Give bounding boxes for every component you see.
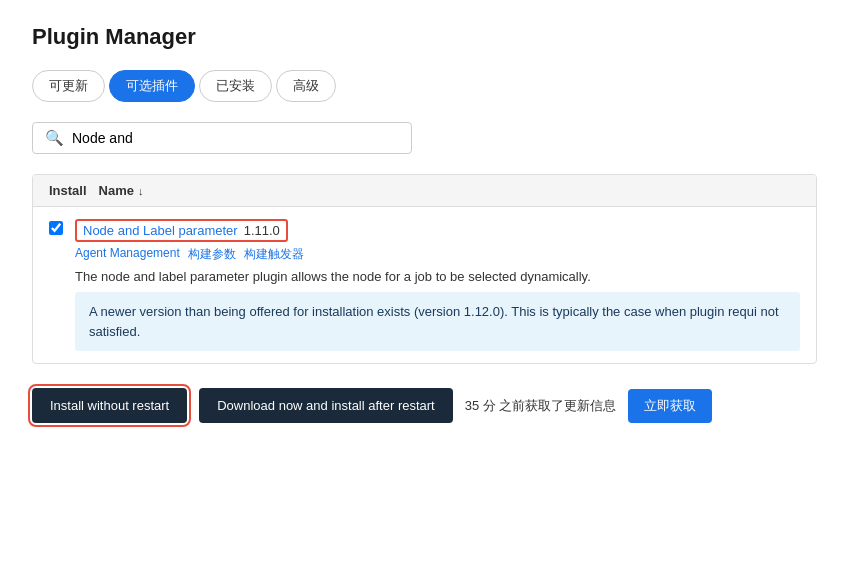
sort-arrow-icon[interactable]: ↓ [138, 185, 144, 197]
table-header: Install Name ↓ [33, 175, 816, 207]
tab-advanced[interactable]: 高级 [276, 70, 336, 102]
plugin-name-box: Node and Label parameter 1.11.0 [75, 219, 288, 242]
plugin-name-link[interactable]: Node and Label parameter [83, 223, 238, 238]
update-status-text: 35 分 之前获取了更新信息 [465, 397, 617, 415]
col-install-label: Install [49, 183, 87, 198]
search-bar: 🔍 [32, 122, 412, 154]
plugin-description: The node and label parameter plugin allo… [75, 269, 800, 284]
plugin-info-box: A newer version than being offered for i… [75, 292, 800, 351]
plugin-tags: Agent Management 构建参数 构建触发器 [75, 246, 800, 263]
download-now-button[interactable]: Download now and install after restart [199, 388, 453, 423]
plugin-version: 1.11.0 [244, 223, 280, 238]
plugin-checkbox-col [49, 219, 63, 238]
footer-bar: Install without restart Download now and… [32, 388, 817, 423]
search-input[interactable] [72, 130, 399, 146]
plugin-tag-agent[interactable]: Agent Management [75, 246, 180, 263]
tab-updatable[interactable]: 可更新 [32, 70, 105, 102]
fetch-now-button[interactable]: 立即获取 [628, 389, 712, 423]
tab-available[interactable]: 可选插件 [109, 70, 195, 102]
tab-installed[interactable]: 已安装 [199, 70, 272, 102]
plugin-tag-build-trigger[interactable]: 构建触发器 [244, 246, 304, 263]
tab-bar: 可更新 可选插件 已安装 高级 [32, 70, 817, 102]
plugin-name-row: Node and Label parameter 1.11.0 [75, 219, 800, 242]
page-title: Plugin Manager [32, 24, 817, 50]
plugin-table: Install Name ↓ Node and Label parameter … [32, 174, 817, 364]
install-without-restart-button[interactable]: Install without restart [32, 388, 187, 423]
col-name-label: Name [99, 183, 134, 198]
search-icon: 🔍 [45, 129, 64, 147]
plugin-checkbox[interactable] [49, 221, 63, 235]
plugin-content: Node and Label parameter 1.11.0 Agent Ma… [75, 219, 800, 351]
plugin-tag-build-param[interactable]: 构建参数 [188, 246, 236, 263]
table-row: Node and Label parameter 1.11.0 Agent Ma… [33, 207, 816, 363]
